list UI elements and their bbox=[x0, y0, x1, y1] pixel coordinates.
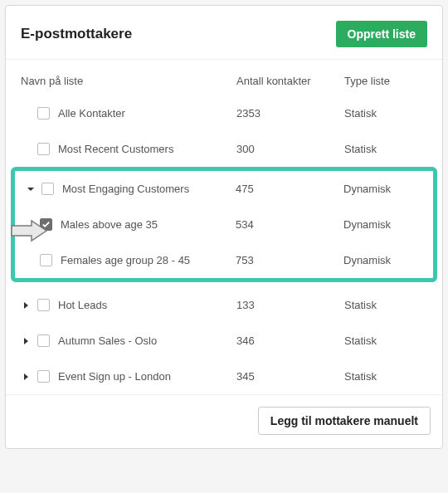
list-name: Most Engaging Customers bbox=[62, 183, 189, 195]
contact-count: 753 bbox=[236, 254, 343, 266]
list-type: Statisk bbox=[344, 143, 427, 155]
contact-count: 534 bbox=[236, 218, 343, 231]
panel-title: E-postmottakere bbox=[21, 26, 132, 42]
row-checkbox[interactable] bbox=[40, 254, 52, 266]
table-row: Event Sign up - London 345 Statisk bbox=[6, 359, 442, 394]
chevron-right-icon[interactable] bbox=[21, 300, 32, 310]
table-row: Females age group 28 - 45 753 Dynamisk bbox=[15, 242, 433, 278]
contact-count: 133 bbox=[236, 299, 344, 311]
list-type: Statisk bbox=[344, 370, 427, 383]
list-name: Autumn Sales - Oslo bbox=[58, 334, 157, 347]
list-type: Dynamisk bbox=[343, 218, 423, 231]
row-checkbox[interactable] bbox=[37, 334, 50, 347]
list-type: Statisk bbox=[344, 107, 427, 120]
row-checkbox[interactable] bbox=[41, 183, 54, 195]
row-checkbox[interactable] bbox=[37, 143, 50, 155]
list-type: Dynamisk bbox=[343, 254, 423, 266]
create-list-button[interactable]: Opprett liste bbox=[336, 21, 427, 47]
contact-count: 2353 bbox=[236, 107, 344, 120]
list-name: Females age group 28 - 45 bbox=[61, 254, 190, 266]
highlighted-group: Most Engaging Customers 475 Dynamisk Mal… bbox=[11, 167, 437, 282]
row-checkbox[interactable] bbox=[37, 299, 50, 311]
add-recipients-manually-button[interactable]: Legg til mottakere manuelt bbox=[258, 407, 431, 435]
chevron-right-icon[interactable] bbox=[21, 372, 32, 382]
contact-count: 346 bbox=[236, 334, 344, 347]
table-header: Navn på liste Antall kontakter Type list… bbox=[6, 59, 442, 95]
table-row: ▸ Most Recent Customers 300 Statisk bbox=[6, 131, 442, 167]
list-name: Alle Kontakter bbox=[58, 107, 125, 120]
list-name: Hot Leads bbox=[58, 299, 107, 311]
list-name: Event Sign up - London bbox=[58, 370, 171, 383]
list-name: Males above age 35 bbox=[61, 218, 158, 231]
table-row: Autumn Sales - Oslo 346 Statisk bbox=[6, 323, 442, 359]
recipients-table: Navn på liste Antall kontakter Type list… bbox=[6, 59, 442, 394]
row-checkbox[interactable] bbox=[37, 107, 50, 120]
email-recipients-panel: E-postmottakere Opprett liste Navn på li… bbox=[5, 5, 443, 449]
table-row: Most Engaging Customers 475 Dynamisk bbox=[15, 171, 433, 207]
row-checkbox[interactable] bbox=[40, 218, 52, 231]
col-header-count: Antall kontakter bbox=[236, 75, 344, 87]
list-name: Most Recent Customers bbox=[58, 143, 173, 155]
chevron-right-icon[interactable] bbox=[21, 336, 32, 346]
list-type: Statisk bbox=[344, 299, 427, 311]
table-row: Hot Leads 133 Statisk bbox=[6, 287, 442, 323]
col-header-type: Type liste bbox=[344, 75, 427, 87]
contact-count: 475 bbox=[236, 183, 343, 195]
col-header-name: Navn på liste bbox=[21, 75, 236, 87]
contact-count: 300 bbox=[236, 143, 344, 155]
table-row: Males above age 35 534 Dynamisk bbox=[15, 207, 433, 242]
table-row: ▸ Alle Kontakter 2353 Statisk bbox=[6, 95, 442, 131]
panel-footer: Legg til mottakere manuelt bbox=[6, 394, 442, 448]
contact-count: 345 bbox=[236, 370, 344, 383]
list-type: Dynamisk bbox=[343, 183, 423, 195]
panel-header: E-postmottakere Opprett liste bbox=[6, 6, 442, 59]
chevron-down-icon[interactable] bbox=[25, 184, 37, 194]
row-checkbox[interactable] bbox=[37, 370, 50, 383]
list-type: Statisk bbox=[344, 334, 427, 347]
